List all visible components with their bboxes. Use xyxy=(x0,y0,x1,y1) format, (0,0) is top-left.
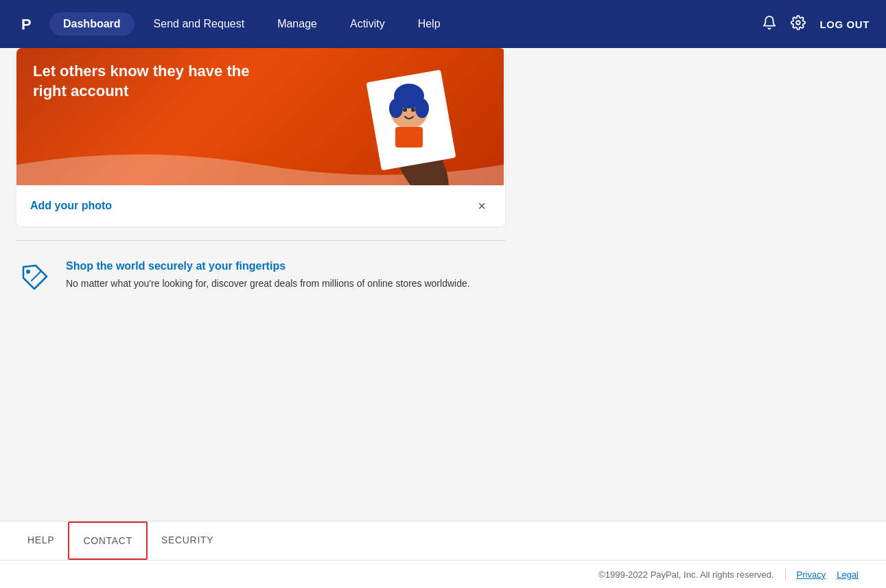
shop-section: Shop the world securely at your fingerti… xyxy=(16,255,505,312)
navbar-right: LOG OUT xyxy=(762,15,870,34)
activity-nav-link[interactable]: Activity xyxy=(336,12,399,36)
svg-point-2 xyxy=(797,21,801,25)
svg-line-13 xyxy=(32,271,41,281)
logout-button[interactable]: LOG OUT xyxy=(819,19,870,30)
add-photo-link[interactable]: Add your photo xyxy=(30,200,112,212)
notification-icon[interactable] xyxy=(762,15,777,34)
close-promo-button[interactable]: × xyxy=(472,196,491,215)
svg-point-9 xyxy=(403,108,407,112)
paypal-logo[interactable]: P xyxy=(16,12,41,36)
promo-text: Let others know they have the right acco… xyxy=(16,48,277,115)
svg-text:P: P xyxy=(21,16,32,33)
shop-title: Shop the world securely at your fingerti… xyxy=(66,260,470,272)
send-and-request-nav-link[interactable]: Send and Request xyxy=(140,12,259,36)
dashboard-nav-item[interactable]: Dashboard xyxy=(49,12,135,36)
manage-nav-link[interactable]: Manage xyxy=(264,12,331,36)
svg-point-10 xyxy=(411,108,415,112)
settings-icon[interactable] xyxy=(791,15,806,34)
privacy-link[interactable]: Privacy xyxy=(797,569,826,580)
promo-image: Let others know they have the right acco… xyxy=(16,48,504,185)
help-nav-link[interactable]: Help xyxy=(404,12,454,36)
main-content: Let others know they have the right acco… xyxy=(0,48,522,312)
svg-point-12 xyxy=(26,270,30,274)
shop-description: No matter what you're looking for, disco… xyxy=(66,277,470,291)
footer: HELP CONTACT SECURITY ©1999-2022 PayPal,… xyxy=(0,521,886,588)
footer-tabs: HELP CONTACT SECURITY xyxy=(0,521,886,561)
footer-vertical-divider xyxy=(785,569,786,580)
shop-icon xyxy=(16,260,52,296)
legal-link[interactable]: Legal xyxy=(837,569,859,580)
footer-bottom: ©1999-2022 PayPal, Inc. All rights reser… xyxy=(0,561,886,588)
promo-footer: Add your photo × xyxy=(16,185,505,226)
svg-point-8 xyxy=(415,99,429,118)
copyright-text: ©1999-2022 PayPal, Inc. All rights reser… xyxy=(598,569,773,580)
svg-point-7 xyxy=(389,99,403,118)
shop-text: Shop the world securely at your fingerti… xyxy=(66,260,470,291)
svg-rect-11 xyxy=(395,127,423,148)
contact-tab[interactable]: CONTACT xyxy=(68,521,148,560)
help-tab[interactable]: HELP xyxy=(27,522,68,560)
promo-illustration xyxy=(284,48,504,185)
navbar: P Dashboard Send and Request Manage Acti… xyxy=(0,0,886,48)
security-tab[interactable]: SECURITY xyxy=(148,522,227,560)
promo-card: Let others know they have the right acco… xyxy=(16,48,505,226)
section-divider xyxy=(16,240,505,241)
